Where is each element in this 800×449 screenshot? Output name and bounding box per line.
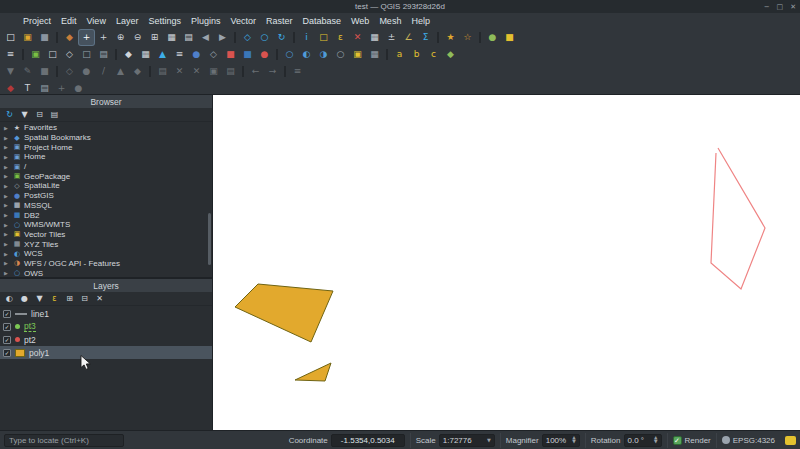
add-wms-layer-icon[interactable]: ○ <box>282 47 297 62</box>
new-geopackage-layer-icon[interactable]: ▣ <box>28 47 43 62</box>
layer-styling-icon[interactable]: ◐ <box>4 294 15 303</box>
expand-chevron-icon[interactable]: ▶ <box>4 241 10 247</box>
pin-labels-icon[interactable]: c <box>426 47 441 62</box>
zoom-to-layer-icon[interactable]: ▤ <box>181 30 196 45</box>
style-manager-icon[interactable]: ◆ <box>62 30 77 45</box>
browser-item-postgis[interactable]: ▶ ● PostGIS <box>0 191 212 201</box>
menu-plugins[interactable]: Plugins <box>186 15 226 27</box>
vertex-tool-icon[interactable]: ◆ <box>130 64 145 79</box>
expand-chevron-icon[interactable]: ▶ <box>4 212 10 218</box>
current-edits-icon[interactable]: ▼ <box>3 64 18 79</box>
expand-chevron-icon[interactable]: ▶ <box>4 183 10 189</box>
menu-vector[interactable]: Vector <box>225 15 261 27</box>
expand-chevron-icon[interactable]: ▶ <box>4 173 10 179</box>
add-vector-layer-icon[interactable]: ◆ <box>121 47 136 62</box>
scale-dropdown-icon[interactable]: ▼ <box>487 437 491 443</box>
rotation-spin-buttons[interactable]: ▲ ▼ <box>654 436 657 443</box>
cut-features-icon[interactable]: ✕ <box>189 64 204 79</box>
annotation-settings-icon[interactable]: ● <box>71 81 86 96</box>
layer-item-pt3[interactable]: ✓ pt3 <box>0 320 212 333</box>
browser-item-wfs[interactable]: ▶ ◑ WFS / OGC API - Features <box>0 259 212 269</box>
minimize-button[interactable]: − <box>764 3 770 11</box>
new-3d-map-icon[interactable]: ◇ <box>240 30 255 45</box>
add-mesh-layer-icon[interactable]: ▲ <box>155 47 170 62</box>
magnifier-spin-buttons[interactable]: ▲ ▼ <box>572 436 575 443</box>
pan-map-icon[interactable]: + <box>79 30 94 45</box>
expand-chevron-icon[interactable]: ▶ <box>4 222 10 228</box>
select-features-icon[interactable]: □ <box>316 30 331 45</box>
browser-properties-icon[interactable]: ▤ <box>49 110 60 119</box>
layer-diagram-icon[interactable]: b <box>409 47 424 62</box>
add-vector-tile-layer-icon[interactable]: ▣ <box>350 47 365 62</box>
maximize-button[interactable]: □ <box>777 3 784 11</box>
copy-features-icon[interactable]: ▣ <box>206 64 221 79</box>
add-mssql-layer-icon[interactable]: ■ <box>223 47 238 62</box>
open-project-icon[interactable]: ▣ <box>20 30 35 45</box>
menu-web[interactable]: Web <box>346 15 374 27</box>
browser-item-root[interactable]: ▶ ▣ / <box>0 162 212 172</box>
add-db2-layer-icon[interactable]: ■ <box>240 47 255 62</box>
browser-item-project-home[interactable]: ▶ ▣ Project Home <box>0 142 212 152</box>
browser-item-vector-tiles[interactable]: ▶ ▣ Vector Tiles <box>0 230 212 240</box>
browser-item-wcs[interactable]: ▶ ◐ WCS <box>0 249 212 259</box>
delete-selected-icon[interactable]: ✕ <box>172 64 187 79</box>
new-project-icon[interactable]: □ <box>3 30 18 45</box>
toggle-editing-icon[interactable]: ✎ <box>20 64 35 79</box>
browser-filter-icon[interactable]: ▼ <box>19 110 30 119</box>
add-point-feature-icon[interactable]: ● <box>79 64 94 79</box>
expand-all-icon[interactable]: ⊞ <box>64 294 75 303</box>
browser-collapse-all-icon[interactable]: ⊟ <box>34 110 45 119</box>
layer-labeling-icon[interactable]: a <box>392 47 407 62</box>
menu-edit[interactable]: Edit <box>56 15 82 27</box>
render-checkbox[interactable]: ✓ <box>673 436 682 445</box>
browser-scrollbar[interactable] <box>208 213 211 265</box>
log-messages-icon[interactable]: ■ <box>502 30 517 45</box>
add-spatialite-layer-icon[interactable]: ◇ <box>206 47 221 62</box>
text-annotation-icon[interactable]: T <box>20 81 35 96</box>
add-raster-layer-icon[interactable]: ▦ <box>138 47 153 62</box>
browser-item-geopackage[interactable]: ▶ ▣ GeoPackage <box>0 171 212 181</box>
expand-chevron-icon[interactable]: ▶ <box>4 251 10 257</box>
menu-project[interactable]: Project <box>18 15 56 27</box>
new-bookmark-icon[interactable]: ☆ <box>460 30 475 45</box>
menu-raster[interactable]: Raster <box>261 15 298 27</box>
form-annotation-icon[interactable]: ▤ <box>37 81 52 96</box>
measure-icon[interactable]: ∠ <box>401 30 416 45</box>
browser-refresh-icon[interactable]: ↻ <box>4 110 15 119</box>
refresh-map-icon[interactable]: ↻ <box>274 30 289 45</box>
new-virtual-layer-icon[interactable]: ▤ <box>96 47 111 62</box>
add-polygon-feature-icon[interactable]: ▲ <box>113 64 128 79</box>
add-xyz-layer-icon[interactable]: ▦ <box>367 47 382 62</box>
redo-icon[interactable]: → <box>265 64 280 79</box>
browser-item-spatial-bookmarks[interactable]: ▶ ◆ Spatial Bookmarks <box>0 133 212 143</box>
open-attribute-table-icon[interactable]: ▦ <box>367 30 382 45</box>
menu-database[interactable]: Database <box>298 15 347 27</box>
statistical-summary-icon[interactable]: Σ <box>418 30 433 45</box>
processing-toolbox-icon[interactable]: ◆ <box>443 47 458 62</box>
undo-icon[interactable]: ← <box>248 64 263 79</box>
save-project-icon[interactable]: ■ <box>37 30 52 45</box>
expand-chevron-icon[interactable]: ▶ <box>4 231 10 237</box>
zoom-out-icon[interactable]: ⊖ <box>130 30 145 45</box>
filter-expression-icon[interactable]: ε <box>49 294 60 303</box>
add-arcgis-layer-icon[interactable]: ○ <box>333 47 348 62</box>
browser-item-spatialite[interactable]: ▶ ◇ SpatiaLite <box>0 181 212 191</box>
menu-mesh[interactable]: Mesh <box>374 15 406 27</box>
identify-features-icon[interactable]: i <box>299 30 314 45</box>
new-temporary-layer-icon[interactable]: □ <box>79 47 94 62</box>
zoom-next-icon[interactable]: ▶ <box>215 30 230 45</box>
browser-item-db2[interactable]: ▶ ■ DB2 <box>0 210 212 220</box>
field-calculator-icon[interactable]: ± <box>384 30 399 45</box>
add-postgis-layer-icon[interactable]: ● <box>189 47 204 62</box>
map-themes-icon[interactable]: ● <box>19 294 30 303</box>
browser-item-home[interactable]: ▶ ▣ Home <box>0 152 212 162</box>
map-tips-icon[interactable]: ● <box>485 30 500 45</box>
new-spatialite-layer-icon[interactable]: ◇ <box>62 47 77 62</box>
crs-status-button[interactable]: EPSG:4326 <box>716 433 780 448</box>
browser-item-favorites[interactable]: ▶ ★ Favorites <box>0 123 212 133</box>
filter-legend-icon[interactable]: ▼ <box>34 294 45 303</box>
digitize-segment-icon[interactable]: ◇ <box>62 64 77 79</box>
add-delimited-text-icon[interactable]: ≡ <box>172 47 187 62</box>
spin-down-icon[interactable]: ▼ <box>654 440 657 444</box>
layer-item-line1[interactable]: ✓ line1 <box>0 307 212 320</box>
